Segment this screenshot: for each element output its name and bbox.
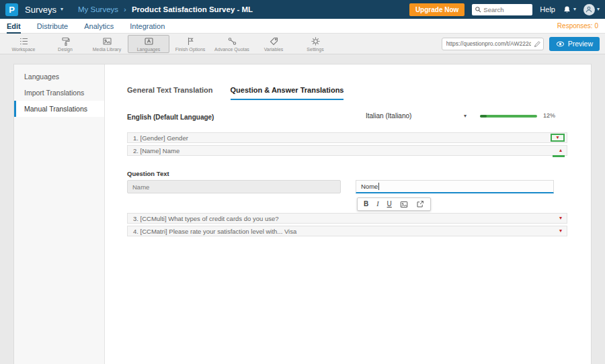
bold-button[interactable]: B: [364, 201, 368, 208]
text-cursor: [378, 183, 379, 190]
workspace-icon: [19, 36, 29, 46]
breadcrumb-my-surveys[interactable]: My Surveys: [78, 5, 118, 13]
target-language-dropdown[interactable]: Italian (Italiano) ▾: [366, 112, 467, 120]
insert-image-button[interactable]: [400, 201, 408, 208]
source-text-value: Name: [132, 183, 149, 191]
sidebar-item-import-translations[interactable]: Import Translations: [14, 85, 104, 101]
section-nav: Edit Distribute Analytics Integration Re…: [0, 19, 605, 34]
gear-icon: [311, 36, 321, 46]
translation-progress-percent: 12%: [543, 112, 555, 119]
underline-button[interactable]: U: [387, 201, 392, 208]
question-row-ccmatri[interactable]: 4. [CCMatri] Please rate your satisfacti…: [127, 226, 567, 236]
translations-panel: General Text Translation Question & Answ…: [105, 64, 591, 364]
translation-progress-bar: [480, 115, 537, 118]
chevron-down-icon: ▾: [61, 7, 63, 12]
source-language-label: English (Default Language): [127, 113, 214, 121]
toolbar-item-media-library[interactable]: Media Library: [86, 34, 128, 54]
chevron-down-icon: ▾: [573, 7, 576, 12]
translation-text-input[interactable]: Nome: [356, 180, 554, 193]
notifications-button[interactable]: ▾: [563, 5, 576, 14]
source-text-field: Name: [127, 180, 341, 193]
breadcrumb-current-survey: Product Satisfaction Survey - ML: [132, 5, 253, 13]
translation-tabs: General Text Translation Question & Answ…: [127, 86, 344, 100]
toolbar-item-workspace[interactable]: Workspace: [3, 34, 44, 54]
languages-icon: [144, 36, 154, 46]
question-editor: Question Text Name Nome B I U: [127, 156, 567, 213]
help-link[interactable]: Help: [540, 5, 555, 13]
search-box[interactable]: [472, 4, 532, 15]
question-list: 1. [Gender] Gender ▾ 2. [Name] Name ▴ Qu…: [127, 132, 567, 238]
question-row-label: 2. [Name] Name: [133, 147, 179, 154]
main-card: Languages Import Translations Manual Tra…: [13, 64, 592, 364]
chevron-down-icon: ▾: [464, 113, 467, 119]
breadcrumb: My Surveys › Product Satisfaction Survey…: [78, 5, 253, 13]
edit-url-icon[interactable]: [534, 40, 541, 48]
expand-caret-icon[interactable]: ▾: [556, 135, 559, 140]
upgrade-button[interactable]: Upgrade Now: [409, 3, 465, 16]
topbar: P Surveys ▾ My Surveys › Product Satisfa…: [0, 0, 605, 19]
topbar-actions: Upgrade Now Help ▾ ▾: [409, 3, 600, 16]
question-row-label: 4. [CCMatri] Please rate your satisfacti…: [133, 228, 296, 235]
sidebar-item-languages[interactable]: Languages: [14, 69, 104, 85]
toolbar-item-languages[interactable]: Languages: [128, 35, 169, 53]
toolbar-item-label: Settings: [307, 47, 323, 52]
highlight-box: ▾: [551, 134, 565, 142]
question-row-gender[interactable]: 1. [Gender] Gender ▾: [127, 132, 567, 143]
media-library-icon: [102, 36, 112, 46]
search-icon: [475, 6, 481, 13]
question-row-ccmulti[interactable]: 3. [CCMulti] What types of credit cards …: [127, 213, 567, 224]
toolbar-item-label: Languages: [137, 47, 161, 52]
toolbar-item-label: Finish Options: [175, 47, 206, 52]
preview-button[interactable]: Preview: [549, 37, 600, 51]
responses-count: Responses: 0: [557, 22, 598, 30]
search-input[interactable]: [483, 6, 530, 13]
product-label: Surveys: [25, 5, 56, 15]
external-link-button[interactable]: [416, 200, 424, 208]
preview-label: Preview: [568, 40, 593, 48]
toolbar-item-settings[interactable]: Settings: [294, 34, 336, 54]
tab-distribute[interactable]: Distribute: [37, 19, 68, 34]
question-row-label: 3. [CCMulti] What types of credit cards …: [133, 215, 278, 222]
avatar: [583, 4, 595, 15]
breadcrumb-separator-icon: ›: [124, 5, 126, 13]
format-toolbar: B I U: [357, 197, 431, 211]
app-logo[interactable]: P: [5, 3, 18, 16]
toolbar-item-variables[interactable]: Variables: [253, 34, 294, 54]
ribbon-right: Preview: [442, 37, 602, 51]
tab-edit[interactable]: Edit: [7, 19, 21, 34]
toolbar-item-label: Workspace: [12, 47, 36, 52]
account-menu[interactable]: ▾: [583, 4, 600, 15]
toolbar-item-label: Media Library: [93, 47, 121, 52]
target-language-value: Italian (Italiano): [366, 112, 411, 120]
variables-icon: [269, 36, 279, 46]
tab-analytics[interactable]: Analytics: [84, 19, 114, 34]
collapse-caret-icon[interactable]: ▴: [559, 148, 562, 153]
design-icon: [61, 36, 71, 46]
expand-caret-icon[interactable]: ▾: [559, 216, 562, 221]
translations-sidebar: Languages Import Translations Manual Tra…: [14, 64, 105, 364]
survey-url-box: [442, 38, 544, 50]
translation-text-value: Nome: [361, 183, 378, 190]
toolbar-item-advance-quotas[interactable]: Advance Quotas: [211, 34, 253, 54]
chevron-down-icon: ▾: [597, 7, 600, 12]
tab-general-text-translation[interactable]: General Text Translation: [127, 86, 213, 100]
advance-quotas-icon: [227, 36, 237, 46]
survey-url-input[interactable]: [442, 38, 544, 50]
product-menu[interactable]: Surveys ▾: [25, 5, 63, 15]
finish-options-icon: [186, 36, 196, 46]
toolbar-item-label: Variables: [264, 47, 284, 52]
highlight-underline: [553, 155, 565, 157]
toolbar-item-design[interactable]: Design: [44, 34, 86, 54]
sidebar-item-manual-translations[interactable]: Manual Translations: [14, 101, 104, 117]
expand-caret-icon[interactable]: ▾: [559, 228, 562, 234]
toolbar-item-label: Design: [58, 47, 73, 52]
italic-button[interactable]: I: [376, 201, 378, 208]
tab-question-answer-translations[interactable]: Question & Answer Translations: [231, 86, 344, 100]
toolbar-item-label: Advance Quotas: [214, 47, 249, 52]
tab-integration[interactable]: Integration: [130, 19, 165, 34]
translation-progress-fill: [480, 115, 487, 118]
eye-icon: [556, 40, 565, 48]
toolbar-item-finish-options[interactable]: Finish Options: [169, 34, 211, 54]
question-row-name[interactable]: 2. [Name] Name ▴: [127, 145, 567, 156]
question-text-label: Question Text: [127, 170, 169, 177]
